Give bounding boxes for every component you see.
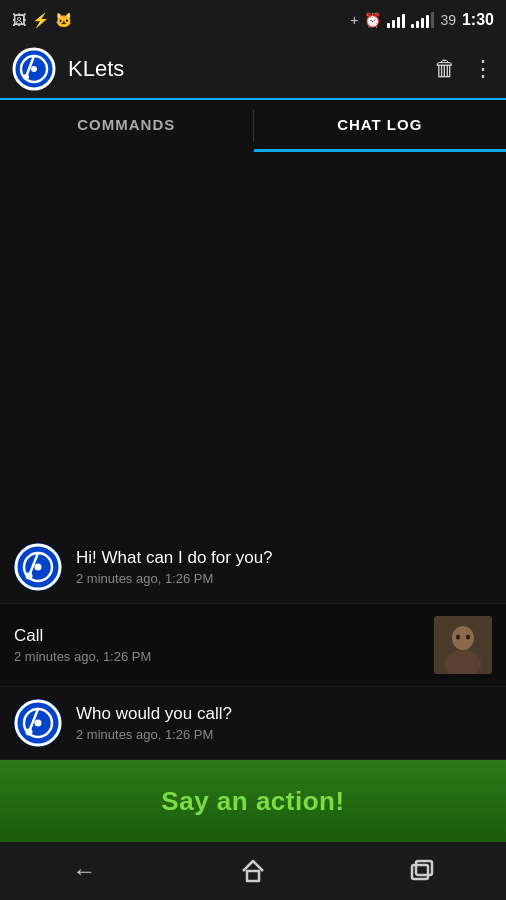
- chat-empty-area: [0, 152, 506, 531]
- user-avatar: [434, 616, 492, 674]
- svg-point-7: [35, 564, 42, 571]
- alarm-icon: ⏰: [364, 12, 381, 28]
- back-button[interactable]: ←: [54, 851, 114, 891]
- app-bar: KLets 🗑 ⋮: [0, 40, 506, 100]
- say-action-button[interactable]: Say an action!: [0, 760, 506, 842]
- delete-button[interactable]: 🗑: [434, 56, 456, 82]
- recents-button[interactable]: [392, 851, 452, 891]
- chat-message-1: Hi! What can I do for you? 2 minutes ago…: [0, 531, 506, 604]
- chat-message-time-1: 2 minutes ago, 1:26 PM: [76, 571, 492, 586]
- signal-icon: [411, 12, 434, 28]
- flash-icon: ⚡: [32, 12, 49, 28]
- svg-point-17: [35, 720, 42, 727]
- chat-message-text-1: Hi! What can I do for you?: [76, 548, 492, 568]
- bot-avatar-1: [14, 543, 62, 591]
- chat-message-2: Call 2 minutes ago, 1:26 PM: [0, 604, 506, 687]
- svg-point-4: [23, 74, 29, 80]
- tab-chat-log[interactable]: CHAT LOG: [254, 100, 507, 152]
- wifi-icon: [387, 12, 405, 28]
- status-bar-right: + ⏰ 39 1:30: [350, 11, 494, 29]
- svg-rect-22: [416, 861, 432, 875]
- chat-message-text-2: Call: [14, 626, 434, 646]
- cat-icon: 🐱: [55, 12, 72, 28]
- nav-bar: ←: [0, 842, 506, 900]
- tab-commands-label: COMMANDS: [77, 116, 175, 133]
- svg-point-13: [456, 635, 460, 640]
- svg-rect-21: [412, 865, 428, 879]
- main-content: Hi! What can I do for you? 2 minutes ago…: [0, 152, 506, 842]
- chat-message-text-3: Who would you call?: [76, 704, 492, 724]
- svg-point-14: [466, 635, 470, 640]
- chat-message-body-1: Hi! What can I do for you? 2 minutes ago…: [76, 548, 492, 586]
- action-button-container: Say an action!: [0, 760, 506, 842]
- home-button[interactable]: [223, 851, 283, 891]
- chat-message-body-3: Who would you call? 2 minutes ago, 1:26 …: [76, 704, 492, 742]
- svg-rect-20: [247, 871, 259, 881]
- status-bar-left: 🖼 ⚡ 🐱: [12, 12, 72, 28]
- svg-point-9: [26, 573, 33, 580]
- chat-message-time-2: 2 minutes ago, 1:26 PM: [14, 649, 434, 664]
- app-bar-actions: 🗑 ⋮: [434, 56, 494, 82]
- svg-point-19: [26, 729, 33, 736]
- chat-message-body-2: Call 2 minutes ago, 1:26 PM: [14, 626, 434, 664]
- more-options-button[interactable]: ⋮: [472, 56, 494, 82]
- app-logo: [12, 47, 56, 91]
- tab-commands[interactable]: COMMANDS: [0, 100, 253, 152]
- battery-percent: 39: [440, 12, 456, 28]
- tab-bar: COMMANDS CHAT LOG: [0, 100, 506, 152]
- svg-point-2: [31, 66, 37, 72]
- tab-chat-log-label: CHAT LOG: [337, 116, 422, 133]
- app-title: KLets: [68, 56, 434, 82]
- bluetooth-icon: +: [350, 12, 358, 28]
- chat-messages: Hi! What can I do for you? 2 minutes ago…: [0, 531, 506, 760]
- svg-point-11: [452, 626, 474, 650]
- chat-message-3: Who would you call? 2 minutes ago, 1:26 …: [0, 687, 506, 760]
- photo-icon: 🖼: [12, 12, 26, 28]
- status-time: 1:30: [462, 11, 494, 29]
- bot-avatar-2: [14, 699, 62, 747]
- status-bar: 🖼 ⚡ 🐱 + ⏰ 39 1:30: [0, 0, 506, 40]
- chat-message-time-3: 2 minutes ago, 1:26 PM: [76, 727, 492, 742]
